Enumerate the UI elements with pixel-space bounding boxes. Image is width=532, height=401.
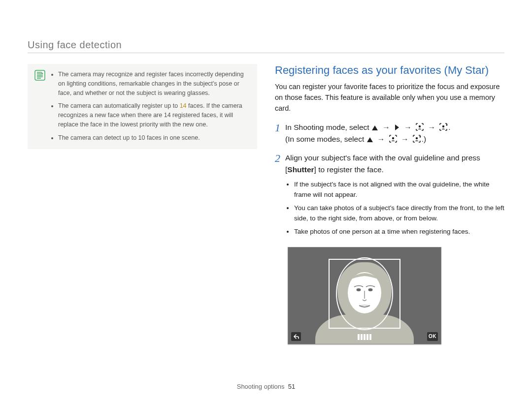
svg-point-3 [392, 137, 394, 139]
step-bullet: Take photos of one person at a time when… [294, 227, 504, 237]
arrow-icon: → [380, 123, 392, 131]
svg-point-2 [442, 125, 444, 127]
step-bullet: You can take photos of a subject's face … [294, 203, 504, 224]
face-frame-oval [336, 257, 393, 330]
arrow-icon: → [375, 135, 387, 143]
page-footer: Shooting options 51 [0, 383, 532, 390]
face-detect-icon [389, 135, 397, 143]
up-triangle-icon [371, 125, 378, 131]
note-box: The camera may recognize and register fa… [28, 64, 257, 149]
arrow-icon: → [426, 123, 437, 131]
step-1: 1 In Shooting mode, select → → → [275, 122, 504, 145]
step-number: 2 [275, 152, 280, 240]
burst-bars-icon [358, 334, 371, 340]
section-intro: You can register your favorite faces to … [275, 82, 504, 114]
back-icon [291, 332, 301, 341]
lcd-preview: OK [288, 247, 504, 344]
face-detect-icon [416, 123, 424, 131]
step-2: 2 Align your subject's face with the ova… [275, 152, 504, 240]
note-list: The camera may recognize and register fa… [50, 70, 250, 142]
arrow-icon: → [402, 123, 414, 131]
face-detect-star-icon [439, 123, 448, 131]
shutter-key-label: Shutter [287, 165, 314, 174]
step-body: Align your subject's face with the oval … [285, 152, 504, 240]
step-body: In Shooting mode, select → → → . [285, 122, 451, 145]
up-triangle-icon [366, 137, 373, 143]
note-item: The camera can automatically register up… [58, 101, 250, 129]
note-icon [34, 70, 45, 142]
page-header: Using face detection [28, 39, 504, 53]
section-title: Registering faces as your favorites (My … [275, 64, 504, 77]
svg-point-1 [419, 125, 421, 127]
step-bullet: If the subject's face is not aligned wit… [294, 180, 504, 200]
note-item: The camera may recognize and register fa… [58, 70, 250, 97]
step-number: 1 [275, 122, 280, 145]
ok-label: OK [427, 332, 438, 341]
page-number: 51 [288, 383, 295, 390]
step-bullets: If the subject's face is not aligned wit… [285, 180, 504, 237]
footer-section: Shooting options [237, 383, 285, 390]
note-item: The camera can detect up to 10 faces in … [58, 133, 250, 143]
arrow-icon: → [399, 135, 411, 143]
svg-point-4 [416, 137, 418, 139]
chevron-right-icon [394, 124, 400, 131]
face-detect-star-icon [413, 135, 422, 143]
